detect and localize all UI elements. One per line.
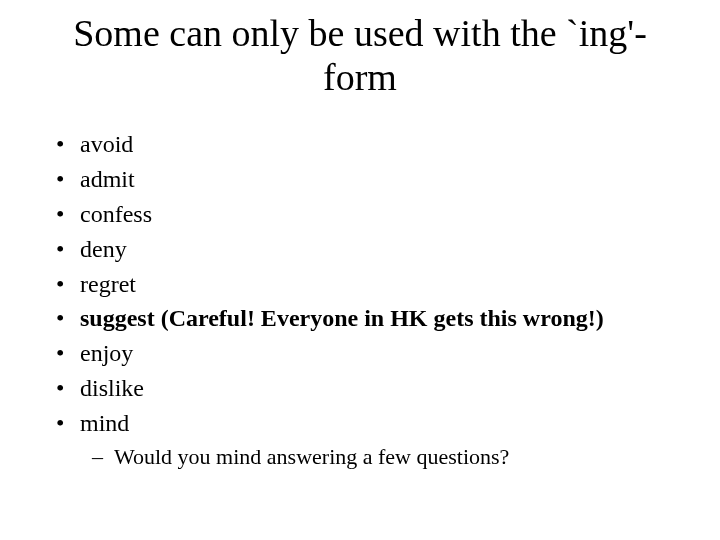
list-item-text: admit	[80, 166, 135, 192]
list-item-text: deny	[80, 236, 127, 262]
list-item: enjoy	[48, 336, 680, 371]
list-item: deny	[48, 232, 680, 267]
sub-list-item: Would you mind answering a few questions…	[88, 441, 680, 473]
list-item-text: enjoy	[80, 340, 133, 366]
list-item: regret	[48, 267, 680, 302]
list-item: admit	[48, 162, 680, 197]
list-item-text: suggest	[80, 305, 155, 331]
list-item-text: mind	[80, 410, 129, 436]
list-item-text: avoid	[80, 131, 133, 157]
list-item: dislike	[48, 371, 680, 406]
list-item-text: regret	[80, 271, 136, 297]
list-item: suggest (Careful! Everyone in HK gets th…	[48, 301, 680, 336]
list-item-note: (Careful! Everyone in HK gets this wrong…	[161, 305, 604, 331]
list-item-text: confess	[80, 201, 152, 227]
list-item: confess	[48, 197, 680, 232]
sub-list: Would you mind answering a few questions…	[88, 441, 680, 473]
slide: Some can only be used with the `ing'-for…	[0, 0, 720, 540]
list-item-text: dislike	[80, 375, 144, 401]
bullet-list: avoidadmitconfessdenyregretsuggest (Care…	[48, 127, 680, 472]
slide-title: Some can only be used with the `ing'-for…	[60, 12, 660, 99]
list-item: mind	[48, 406, 680, 441]
list-item: avoid	[48, 127, 680, 162]
